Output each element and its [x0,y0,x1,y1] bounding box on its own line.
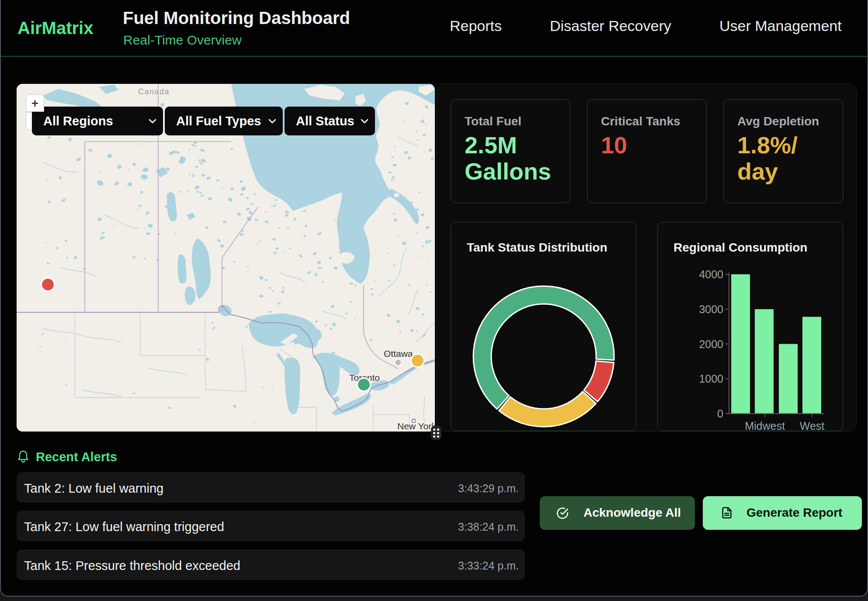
svg-text:2000: 2000 [699,338,723,350]
svg-text:0: 0 [717,408,723,420]
svg-text:4000: 4000 [699,268,723,280]
svg-text:1000: 1000 [699,373,723,385]
svg-text:3000: 3000 [699,303,723,315]
svg-text:West: West [800,420,825,432]
svg-text:Midwest: Midwest [745,420,785,432]
